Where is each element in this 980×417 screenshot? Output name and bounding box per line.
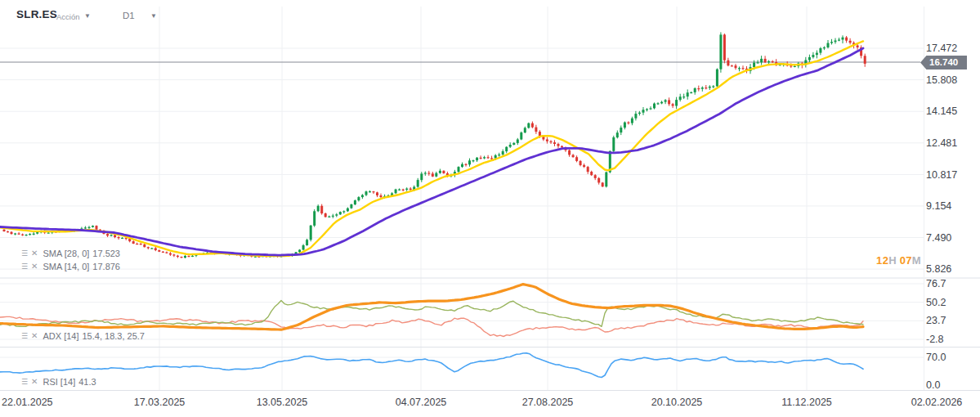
instrument-type-label: Acción <box>56 12 80 21</box>
indicator-remove-icon[interactable]: ✕ <box>31 332 38 340</box>
indicator-settings-icon[interactable]: ☰ <box>21 378 28 386</box>
date-axis-label: 11.12.2025 <box>772 395 841 410</box>
indicator-settings-icon[interactable]: ☰ <box>21 262 28 271</box>
sma28-value: 17.523 <box>92 249 120 258</box>
date-axis-label: 22.01.2025 <box>2 395 70 410</box>
adx-axis-label: 50.2 <box>926 296 975 309</box>
legend-rsi: ☰✕ RSI [14] 41.3 <box>21 376 96 387</box>
rsi-axis-label: 70.0 <box>926 351 975 364</box>
date-axis-label: 27.08.2025 <box>513 395 582 410</box>
rsi-label: RSI [14] <box>43 377 75 387</box>
price-axis-label: 15.808 <box>926 74 975 87</box>
timeframe-selector[interactable]: D1 <box>123 11 135 20</box>
legend-adx: ☰✕ ADX [14] 15.4, 18.3, 25.7 <box>21 330 145 341</box>
current-price-tag: 16.740 <box>920 56 967 70</box>
indicator-settings-icon[interactable]: ☰ <box>21 249 28 258</box>
legend-sma28: ☰✕ SMA [28, 0] 17.523 <box>21 248 120 258</box>
countdown-hours: 12 <box>876 254 888 267</box>
price-axis-label: 7.490 <box>926 231 975 244</box>
adx-axis-label: 23.7 <box>926 314 975 327</box>
symbol-dropdown-caret-icon[interactable]: ▼ <box>84 13 91 20</box>
price-axis-label: 5.826 <box>926 262 975 276</box>
price-axis-label: 17.472 <box>926 42 975 55</box>
adx-axis-label: -2.8 <box>926 333 975 346</box>
symbol-name[interactable]: SLR.ES <box>16 8 57 20</box>
countdown-minutes-unit: M <box>912 254 921 267</box>
price-axis-label: 14.145 <box>926 105 975 118</box>
rsi-value: 41.3 <box>78 377 96 387</box>
candle-countdown: 12H 07M <box>861 254 921 267</box>
rsi-axis-label: 0.0 <box>926 379 975 392</box>
date-axis-label: 17.03.2025 <box>125 395 194 410</box>
date-axis-label: 02.02.2026 <box>902 395 971 410</box>
sma14-label: SMA [14, 0] <box>43 262 89 271</box>
price-axis-label: 12.481 <box>926 137 975 150</box>
sma14-value: 17.876 <box>92 262 120 271</box>
countdown-minutes: 07 <box>900 254 912 267</box>
date-axis-label: 13.05.2025 <box>248 395 316 410</box>
adx-value: 15.4, 18.3, 25.7 <box>83 331 145 341</box>
trading-chart-window: SLR.ES Acción ▼ D1 ▼ 17.472 15.808 14.14… <box>0 0 980 417</box>
indicator-remove-icon[interactable]: ✕ <box>31 378 38 386</box>
adx-label: ADX [14] <box>43 331 78 341</box>
price-axis-label: 10.817 <box>926 168 975 182</box>
price-axis-label: 9.154 <box>926 200 975 213</box>
date-axis-label: 04.07.2025 <box>387 395 455 410</box>
date-axis-label: 20.10.2025 <box>642 395 711 410</box>
adx-axis-label: 76.7 <box>926 277 975 290</box>
indicator-remove-icon[interactable]: ✕ <box>31 262 38 271</box>
indicator-remove-icon[interactable]: ✕ <box>31 249 38 258</box>
indicator-settings-icon[interactable]: ☰ <box>21 332 28 340</box>
current-price-value: 16.740 <box>929 56 967 70</box>
sma28-label: SMA [28, 0] <box>43 249 89 258</box>
chart-canvas[interactable] <box>0 0 980 417</box>
legend-sma14: ☰✕ SMA [14, 0] 17.876 <box>21 261 120 271</box>
timeframe-dropdown-caret-icon[interactable]: ▼ <box>150 13 157 20</box>
countdown-hours-unit: H <box>888 254 897 267</box>
